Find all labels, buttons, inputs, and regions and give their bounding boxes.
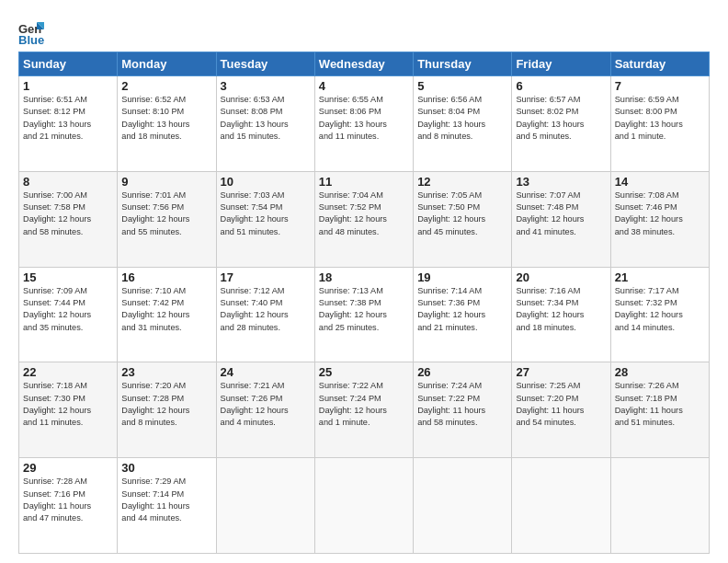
- weekday-header-thursday: Thursday: [414, 52, 512, 76]
- day-number: 13: [516, 175, 606, 189]
- calendar-cell: [414, 458, 512, 554]
- calendar-cell: 24Sunrise: 7:21 AM Sunset: 7:26 PM Dayli…: [216, 362, 314, 458]
- day-number: 24: [221, 365, 311, 379]
- calendar-cell: 22Sunrise: 7:18 AM Sunset: 7:30 PM Dayli…: [19, 362, 118, 458]
- day-number: 5: [417, 79, 507, 93]
- day-info: Sunrise: 7:16 AM Sunset: 7:34 PM Dayligh…: [516, 285, 606, 334]
- day-number: 2: [121, 79, 211, 93]
- day-info: Sunrise: 7:21 AM Sunset: 7:26 PM Dayligh…: [221, 380, 311, 429]
- day-number: 23: [121, 365, 211, 379]
- calendar-cell: 8Sunrise: 7:00 AM Sunset: 7:58 PM Daylig…: [19, 171, 118, 267]
- day-number: 7: [615, 79, 705, 93]
- calendar-cell: [610, 458, 709, 554]
- calendar-cell: 19Sunrise: 7:14 AM Sunset: 7:36 PM Dayli…: [414, 267, 512, 362]
- calendar-cell: 29Sunrise: 7:28 AM Sunset: 7:16 PM Dayli…: [19, 458, 118, 554]
- day-number: 19: [417, 270, 507, 284]
- calendar-cell: [216, 458, 314, 554]
- day-info: Sunrise: 7:17 AM Sunset: 7:32 PM Dayligh…: [615, 285, 705, 334]
- day-info: Sunrise: 6:53 AM Sunset: 8:08 PM Dayligh…: [221, 94, 311, 143]
- weekday-header-sunday: Sunday: [19, 52, 118, 76]
- calendar-cell: 16Sunrise: 7:10 AM Sunset: 7:42 PM Dayli…: [118, 267, 216, 362]
- calendar-cell: 23Sunrise: 7:20 AM Sunset: 7:28 PM Dayli…: [118, 362, 216, 458]
- day-number: 8: [23, 175, 113, 189]
- day-info: Sunrise: 7:29 AM Sunset: 7:14 PM Dayligh…: [121, 476, 211, 524]
- day-number: 3: [221, 79, 311, 93]
- day-number: 26: [417, 365, 507, 379]
- calendar-cell: 13Sunrise: 7:07 AM Sunset: 7:48 PM Dayli…: [512, 171, 610, 267]
- header: Gen Blue: [18, 17, 710, 46]
- day-info: Sunrise: 7:00 AM Sunset: 7:58 PM Dayligh…: [23, 190, 113, 238]
- day-info: Sunrise: 7:13 AM Sunset: 7:38 PM Dayligh…: [319, 285, 409, 334]
- calendar-cell: 21Sunrise: 7:17 AM Sunset: 7:32 PM Dayli…: [610, 267, 709, 362]
- day-number: 30: [121, 461, 211, 475]
- day-number: 22: [23, 365, 113, 379]
- day-number: 15: [23, 270, 113, 284]
- day-info: Sunrise: 7:05 AM Sunset: 7:50 PM Dayligh…: [417, 190, 507, 238]
- weekday-header-friday: Friday: [512, 52, 610, 76]
- weekday-header-monday: Monday: [118, 52, 216, 76]
- day-number: 16: [121, 270, 211, 284]
- calendar-cell: 25Sunrise: 7:22 AM Sunset: 7:24 PM Dayli…: [314, 362, 413, 458]
- calendar-week-row: 15Sunrise: 7:09 AM Sunset: 7:44 PM Dayli…: [19, 267, 710, 362]
- day-number: 6: [516, 79, 606, 93]
- weekday-header-wednesday: Wednesday: [314, 52, 413, 76]
- day-info: Sunrise: 6:59 AM Sunset: 8:00 PM Dayligh…: [615, 94, 705, 143]
- weekday-header-row: SundayMondayTuesdayWednesdayThursdayFrid…: [19, 52, 710, 76]
- calendar-cell: 17Sunrise: 7:12 AM Sunset: 7:40 PM Dayli…: [216, 267, 314, 362]
- day-number: 11: [319, 175, 409, 189]
- day-number: 21: [615, 270, 705, 284]
- day-info: Sunrise: 7:14 AM Sunset: 7:36 PM Dayligh…: [417, 285, 507, 334]
- calendar-cell: 7Sunrise: 6:59 AM Sunset: 8:00 PM Daylig…: [610, 76, 709, 172]
- calendar-cell: 11Sunrise: 7:04 AM Sunset: 7:52 PM Dayli…: [314, 171, 413, 267]
- calendar-cell: 28Sunrise: 7:26 AM Sunset: 7:18 PM Dayli…: [610, 362, 709, 458]
- day-info: Sunrise: 7:20 AM Sunset: 7:28 PM Dayligh…: [121, 380, 211, 429]
- day-info: Sunrise: 6:56 AM Sunset: 8:04 PM Dayligh…: [417, 94, 507, 143]
- day-info: Sunrise: 7:18 AM Sunset: 7:30 PM Dayligh…: [23, 380, 113, 429]
- day-number: 14: [615, 175, 705, 189]
- day-number: 18: [319, 270, 409, 284]
- calendar-cell: 20Sunrise: 7:16 AM Sunset: 7:34 PM Dayli…: [512, 267, 610, 362]
- calendar-cell: 1Sunrise: 6:51 AM Sunset: 8:12 PM Daylig…: [19, 76, 118, 172]
- calendar-cell: 27Sunrise: 7:25 AM Sunset: 7:20 PM Dayli…: [512, 362, 610, 458]
- day-info: Sunrise: 7:08 AM Sunset: 7:46 PM Dayligh…: [615, 190, 705, 238]
- day-info: Sunrise: 7:10 AM Sunset: 7:42 PM Dayligh…: [121, 285, 211, 334]
- day-info: Sunrise: 7:09 AM Sunset: 7:44 PM Dayligh…: [23, 285, 113, 334]
- logo: Gen Blue: [18, 20, 46, 46]
- day-number: 29: [23, 461, 113, 475]
- day-info: Sunrise: 7:25 AM Sunset: 7:20 PM Dayligh…: [516, 380, 606, 429]
- calendar-cell: 26Sunrise: 7:24 AM Sunset: 7:22 PM Dayli…: [414, 362, 512, 458]
- calendar-cell: 18Sunrise: 7:13 AM Sunset: 7:38 PM Dayli…: [314, 267, 413, 362]
- calendar-cell: [314, 458, 413, 554]
- day-number: 10: [221, 175, 311, 189]
- calendar-cell: [512, 458, 610, 554]
- calendar-cell: 2Sunrise: 6:52 AM Sunset: 8:10 PM Daylig…: [118, 76, 216, 172]
- calendar-week-row: 8Sunrise: 7:00 AM Sunset: 7:58 PM Daylig…: [19, 171, 710, 267]
- day-number: 20: [516, 270, 606, 284]
- day-info: Sunrise: 7:22 AM Sunset: 7:24 PM Dayligh…: [319, 380, 409, 429]
- calendar-cell: 15Sunrise: 7:09 AM Sunset: 7:44 PM Dayli…: [19, 267, 118, 362]
- calendar-table: SundayMondayTuesdayWednesdayThursdayFrid…: [18, 52, 710, 554]
- logo-icon: Gen Blue: [18, 20, 44, 46]
- day-info: Sunrise: 7:26 AM Sunset: 7:18 PM Dayligh…: [615, 380, 705, 429]
- calendar-cell: 30Sunrise: 7:29 AM Sunset: 7:14 PM Dayli…: [118, 458, 216, 554]
- calendar-week-row: 1Sunrise: 6:51 AM Sunset: 8:12 PM Daylig…: [19, 76, 710, 172]
- day-info: Sunrise: 7:04 AM Sunset: 7:52 PM Dayligh…: [319, 190, 409, 238]
- day-info: Sunrise: 6:51 AM Sunset: 8:12 PM Dayligh…: [23, 94, 113, 143]
- day-number: 9: [121, 175, 211, 189]
- day-info: Sunrise: 7:01 AM Sunset: 7:56 PM Dayligh…: [121, 190, 211, 238]
- day-number: 27: [516, 365, 606, 379]
- day-number: 25: [319, 365, 409, 379]
- day-info: Sunrise: 7:03 AM Sunset: 7:54 PM Dayligh…: [221, 190, 311, 238]
- calendar-cell: 3Sunrise: 6:53 AM Sunset: 8:08 PM Daylig…: [216, 76, 314, 172]
- calendar-cell: 9Sunrise: 7:01 AM Sunset: 7:56 PM Daylig…: [118, 171, 216, 267]
- calendar-week-row: 22Sunrise: 7:18 AM Sunset: 7:30 PM Dayli…: [19, 362, 710, 458]
- svg-text:Blue: Blue: [18, 33, 44, 46]
- day-info: Sunrise: 7:24 AM Sunset: 7:22 PM Dayligh…: [417, 380, 507, 429]
- day-info: Sunrise: 6:57 AM Sunset: 8:02 PM Dayligh…: [516, 94, 606, 143]
- weekday-header-saturday: Saturday: [610, 52, 709, 76]
- page: Gen Blue SundayMondayTuesdayWednesdayThu…: [0, 0, 728, 563]
- calendar-cell: 14Sunrise: 7:08 AM Sunset: 7:46 PM Dayli…: [610, 171, 709, 267]
- day-number: 4: [319, 79, 409, 93]
- day-number: 12: [417, 175, 507, 189]
- calendar-cell: 6Sunrise: 6:57 AM Sunset: 8:02 PM Daylig…: [512, 76, 610, 172]
